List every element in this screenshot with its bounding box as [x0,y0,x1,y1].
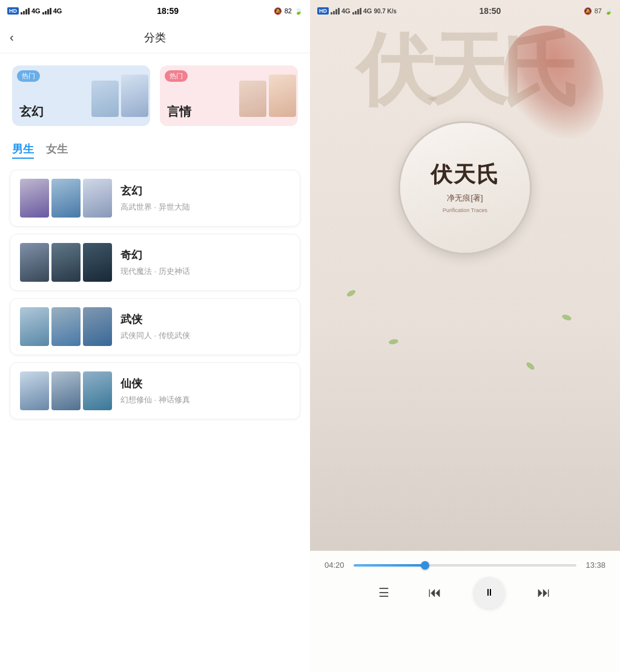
prev-button[interactable]: ⏮ [420,578,449,607]
genre-book-xuanhuan-1 [20,179,49,218]
gender-tabs: 男生 女生 [0,132,310,164]
genre-images-qihuan [20,243,112,282]
hd-badge-right: HD [317,7,329,15]
controls-row: ☰ ⏮ ⏸ ⏭ [325,577,605,608]
genre-name-wuxia: 武侠 [120,312,190,327]
next-button[interactable]: ⏭ [529,578,558,607]
battery-num-right: 87 [595,7,602,15]
gender-tab-female[interactable]: 女生 [46,142,68,159]
genre-info-xianxia: 仙侠 幻想修仙 · 神话修真 [120,376,190,405]
hot-tag-xuanhuan: 热门 [17,70,40,82]
bell-left: 🔕 [274,7,282,15]
pause-icon: ⏸ [484,587,494,598]
status-bar-left: HD 4G 4G 18:59 🔕 82 🍃 [0,0,310,22]
bar1b [42,12,44,15]
leaf-3 [388,339,398,345]
genre-images-xianxia [20,371,112,410]
speed-right: 90.7 K/s [374,8,397,15]
progress-row: 04:20 13:38 [325,561,605,570]
menu-button[interactable]: ☰ [372,581,396,605]
top-nav: ‹ 分类 [0,22,310,53]
genre-book-xianxia-2 [51,371,81,410]
cat-name-xuanhuan: 玄幻 [19,104,44,120]
signal-area-right: HD 4G 4G 90.7 K/s [317,7,397,15]
genre-info-wuxia: 武侠 武侠同人 · 传统武侠 [120,312,190,341]
genre-item-xuanhuan[interactable]: 玄幻 高武世界 · 异世大陆 [10,170,300,227]
album-author: 净无痕[著] [447,193,483,204]
status-bar-right: HD 4G 4G 90.7 K/s 18:50 🔕 87 🍃 [310,0,620,22]
category-card-xuanhuan[interactable]: 热门 玄幻 [12,65,150,126]
gender-tab-male[interactable]: 男生 [12,142,34,159]
genre-book-xianxia-3 [83,371,112,410]
genre-name-xianxia: 仙侠 [120,376,190,391]
genre-info-xuanhuan: 玄幻 高武世界 · 异世大陆 [120,184,190,213]
progress-bar[interactable] [354,564,576,567]
genre-item-wuxia[interactable]: 武侠 武侠同人 · 传统武侠 [10,298,300,355]
card-image-yanqing [237,65,298,126]
rbar2b [355,11,357,15]
genre-book-xianxia-1 [20,371,49,410]
album-cover[interactable]: 伏天氏 净无痕[著] Purification Traces [398,121,532,254]
bg-art-inner: 伏天氏 [310,0,620,551]
current-time: 04:20 [325,561,348,570]
prev-icon: ⏮ [428,585,441,600]
bar3 [25,9,27,15]
4g2-label-left: 4G [53,7,62,15]
bar4 [28,8,30,15]
genre-item-qihuan[interactable]: 奇幻 现代魔法 · 历史神话 [10,234,300,291]
signal-bars-right [331,8,340,15]
cat-name-yanqing: 言情 [167,104,191,120]
leaf-left: 🍃 [294,7,303,15]
bar2 [23,11,25,15]
rbar2 [333,11,335,15]
rbar3 [335,9,337,15]
page-title: 分类 [144,30,166,45]
progress-fill [354,564,425,567]
battery-num-left: 82 [285,7,292,15]
leaf-2 [561,314,572,322]
leaf-4 [525,361,535,371]
bell-right: 🔕 [584,7,592,15]
genre-sub-xuanhuan: 高武世界 · 异世大陆 [120,202,190,213]
4g-label-right: 4G [341,7,351,15]
genre-sub-wuxia: 武侠同人 · 传统武侠 [120,330,190,341]
leaf-right: 🍃 [604,7,613,15]
battery-area-right: 🔕 87 🍃 [584,7,613,15]
rbar1 [331,12,332,15]
genre-book-qihuan-3 [83,243,112,282]
genre-book-wuxia-2 [51,307,81,346]
leaf-1 [346,289,357,298]
genre-sub-xianxia: 幻想修仙 · 神话修真 [120,394,190,405]
time-right: 18:50 [480,6,501,16]
genre-name-qihuan: 奇幻 [120,248,190,262]
genre-images-wuxia [20,307,112,346]
bar1 [21,12,22,15]
genre-book-xuanhuan-2 [51,179,81,218]
menu-icon: ☰ [378,585,389,600]
genre-book-qihuan-1 [20,243,49,282]
genre-list: 玄幻 高武世界 · 异世大陆 奇幻 现代魔法 · 历史神话 [0,164,310,672]
total-time: 13:38 [582,561,605,570]
album-title: 伏天氏 [430,162,500,187]
battery-area-left: 🔕 82 🍃 [274,7,303,15]
hd-badge-left: HD [7,7,19,15]
category-card-yanqing[interactable]: 热门 言情 [160,65,298,126]
pause-button[interactable]: ⏸ [473,577,505,608]
4g-label-left: 4G [31,7,41,15]
bar2b [45,11,47,15]
rbar4b [360,8,361,15]
signal-bars-right2 [352,8,361,15]
4g2-label-right: 4G [363,7,372,15]
rbar4 [338,8,340,15]
genre-name-xuanhuan: 玄幻 [120,184,190,198]
category-cards: 热门 玄幻 热门 言情 [0,53,310,132]
background-art: 伏天氏 [310,0,620,551]
album-small-text: Purification Traces [430,207,500,213]
genre-book-wuxia-3 [83,307,112,346]
genre-sub-qihuan: 现代魔法 · 历史神话 [120,266,190,277]
genre-book-xuanhuan-3 [83,179,112,218]
genre-item-xianxia[interactable]: 仙侠 幻想修仙 · 神话修真 [10,362,300,419]
signal-area-left: HD 4G 4G [7,7,62,15]
progress-knob [421,561,429,570]
back-button[interactable]: ‹ [10,30,14,44]
